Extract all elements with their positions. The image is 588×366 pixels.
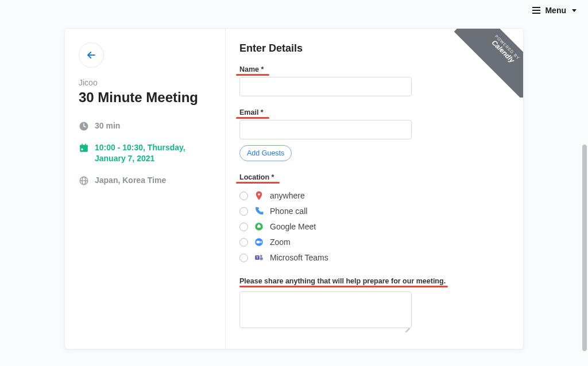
teams-icon: T xyxy=(254,252,264,263)
phone-icon xyxy=(254,206,264,216)
add-guests-button[interactable]: Add Guests xyxy=(239,145,292,161)
back-button[interactable] xyxy=(79,42,104,68)
google-meet-icon xyxy=(254,221,264,232)
clock-icon xyxy=(79,121,89,131)
radio-icon xyxy=(239,238,248,247)
menu-label: Menu xyxy=(545,6,566,15)
booking-card: Jicoo 30 Minute Meeting 30 min 10:00 - 1… xyxy=(64,28,524,349)
location-option-zoom[interactable]: Zoom xyxy=(239,237,506,247)
calendar-icon xyxy=(79,143,89,153)
duration-text: 30 min xyxy=(95,120,120,132)
form-pane: Enter Details Name * Email * Add Guests … xyxy=(226,29,523,349)
location-option-anywhere[interactable]: anywhere xyxy=(239,190,506,201)
location-option-teams[interactable]: T Microsoft Teams xyxy=(239,252,506,263)
notes-label: Please share anything that will help pre… xyxy=(239,277,446,285)
radio-icon xyxy=(239,207,248,216)
email-label: Email * xyxy=(239,108,264,116)
meeting-title: 30 Minute Meeting xyxy=(79,89,211,106)
page-scrollbar[interactable] xyxy=(582,0,587,366)
svg-rect-6 xyxy=(82,148,83,150)
organizer-name: Jicoo xyxy=(79,78,211,87)
resize-grip-icon xyxy=(404,323,410,329)
location-label-text: Phone call xyxy=(270,207,307,216)
location-option-meet[interactable]: Google Meet xyxy=(239,221,506,232)
notes-textarea[interactable] xyxy=(239,291,412,328)
arrow-left-icon xyxy=(86,49,97,61)
location-label-text: anywhere xyxy=(270,191,305,200)
email-input[interactable] xyxy=(239,120,412,139)
chevron-down-icon xyxy=(572,9,577,12)
zoom-icon xyxy=(254,237,264,247)
svg-rect-17 xyxy=(260,257,263,260)
radio-icon xyxy=(239,254,248,262)
pin-icon xyxy=(254,190,264,201)
svg-text:T: T xyxy=(256,256,258,259)
radio-icon xyxy=(239,192,248,200)
svg-rect-13 xyxy=(257,241,260,244)
location-label: Location * xyxy=(239,173,274,181)
timezone-text: Japan, Korea Time xyxy=(95,175,166,186)
location-option-phone[interactable]: Phone call xyxy=(239,206,506,216)
datetime-text: 10:00 - 10:30, Thursday, January 7, 2021 xyxy=(95,142,211,165)
scrollbar-thumb[interactable] xyxy=(582,145,587,351)
form-heading: Enter Details xyxy=(239,42,506,54)
location-radio-group: anywhere Phone call Google Meet xyxy=(239,190,506,263)
name-label: Name * xyxy=(239,65,264,73)
svg-point-16 xyxy=(260,255,262,257)
globe-icon xyxy=(79,176,89,186)
name-input[interactable] xyxy=(239,77,412,96)
svg-point-10 xyxy=(258,193,260,196)
location-label-text: Google Meet xyxy=(270,222,316,231)
location-label-text: Zoom xyxy=(270,237,291,247)
summary-pane: Jicoo 30 Minute Meeting 30 min 10:00 - 1… xyxy=(65,29,226,349)
hamburger-icon xyxy=(532,7,540,14)
menu-button[interactable]: Menu xyxy=(532,6,577,15)
radio-icon xyxy=(239,223,248,231)
svg-rect-3 xyxy=(80,145,88,147)
location-label-text: Microsoft Teams xyxy=(270,253,328,262)
